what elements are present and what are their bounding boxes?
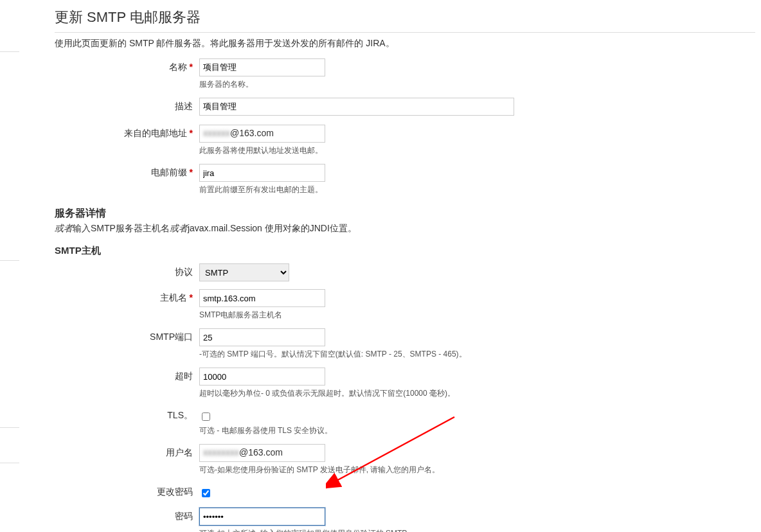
host-input[interactable] (199, 289, 325, 307)
user-help: 可选-如果您使用身份验证的 SMTP 发送电子邮件, 请输入您的用户名。 (199, 465, 761, 475)
user-label: 用户名 (55, 444, 199, 459)
page-title: 更新 SMTP 电邮服务器 (55, 8, 755, 33)
left-nav-divider-region (0, 0, 19, 532)
port-label: SMTP端口 (55, 328, 199, 343)
name-label: 名称 (55, 58, 199, 73)
timeout-label: 超时 (55, 368, 199, 382)
server-details-heading: 服务器详情 (55, 207, 761, 220)
host-help: SMTP电邮服务器主机名 (199, 310, 761, 321)
protocol-select[interactable]: SMTP (199, 263, 289, 281)
tls-label: TLS。 (55, 407, 199, 421)
protocol-label: 协议 (55, 263, 199, 278)
page-description: 使用此页面更新的 SMTP 邮件服务器。将此服务器用于发送外发的所有邮件的 JI… (55, 38, 761, 49)
timeout-help: 超时以毫秒为单位- 0 或负值表示无限超时。默认情况下留空(10000 毫秒)。 (199, 388, 761, 399)
prefix-help: 前置此前缀至所有发出电邮的主题。 (199, 184, 761, 195)
desc-label: 描述 (55, 98, 199, 112)
name-input[interactable] (199, 58, 325, 76)
user-input[interactable] (199, 444, 325, 462)
from-label: 来自的电邮地址 (55, 125, 199, 139)
tls-help: 可选 - 电邮服务器使用 TLS 安全协议。 (199, 425, 761, 436)
password-input[interactable] (199, 508, 325, 526)
changepw-label: 更改密码 (55, 483, 199, 498)
server-details-sub: 或者输入SMTP服务器主机名或者javax.mail.Session 使用对象的… (55, 223, 761, 235)
password-label: 密码 (55, 508, 199, 522)
tls-checkbox[interactable] (202, 412, 210, 421)
prefix-label: 电邮前缀 (55, 164, 199, 179)
host-label: 主机名 (55, 289, 199, 304)
port-input[interactable] (199, 328, 325, 346)
prefix-input[interactable] (199, 164, 325, 182)
port-help: -可选的 SMTP 端口号。默认情况下留空(默认值: SMTP - 25、SMT… (199, 349, 761, 360)
changepw-checkbox[interactable] (202, 489, 210, 497)
desc-input[interactable] (199, 98, 514, 116)
from-input[interactable] (199, 125, 325, 143)
password-help: 可选-如上文所述, 输入您的密码如果您使用身份验证的 SMTP。 (199, 528, 761, 532)
smtp-host-heading: SMTP主机 (55, 245, 761, 257)
timeout-input[interactable] (199, 368, 325, 386)
name-help: 服务器的名称。 (199, 79, 761, 90)
from-help: 此服务器将使用默认地址发送电邮。 (199, 145, 761, 156)
